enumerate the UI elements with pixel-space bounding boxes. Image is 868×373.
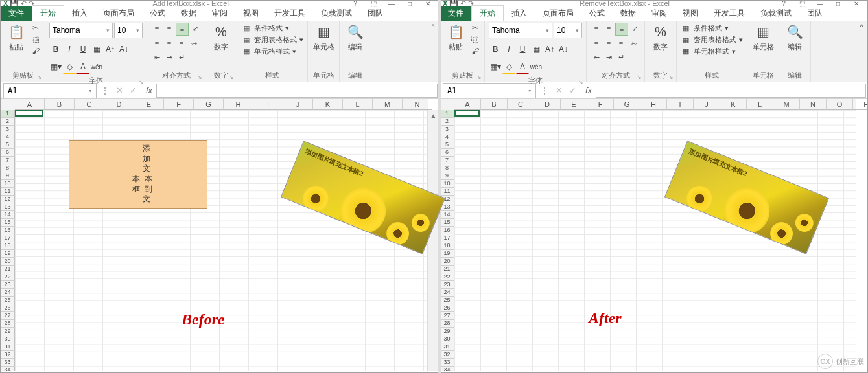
- indent-dec-icon[interactable]: ⇤: [151, 51, 163, 63]
- align-left-icon[interactable]: ≡: [151, 38, 163, 49]
- edit-button[interactable]: 🔍编辑: [783, 23, 806, 52]
- close-icon[interactable]: ✕: [419, 1, 436, 6]
- launcher-icon[interactable]: ↘: [637, 74, 642, 80]
- ribbon-toggle-icon[interactable]: ⬚: [793, 1, 810, 6]
- cells-button[interactable]: ▦单元格: [751, 23, 775, 52]
- vertical-scrollbar[interactable]: ▲: [427, 110, 439, 371]
- align-right-icon[interactable]: ≡: [176, 38, 187, 49]
- indent-inc-icon[interactable]: ⇥: [603, 51, 615, 63]
- bold-button[interactable]: B: [49, 43, 62, 56]
- merge-icon[interactable]: ⇿: [628, 38, 639, 49]
- align-top-icon[interactable]: ≡: [591, 23, 602, 34]
- tab-insert[interactable]: 插入: [64, 6, 95, 21]
- formula-bar[interactable]: [596, 84, 866, 98]
- copy-icon[interactable]: ⿻: [30, 34, 41, 45]
- row-headers[interactable]: 1234567891011121314151617181920212223242…: [1, 110, 15, 371]
- column-headers[interactable]: ABCDEFGHIJKLMN: [15, 99, 428, 110]
- tab-data[interactable]: 数据: [173, 6, 204, 21]
- window-divider[interactable]: [438, 0, 441, 373]
- wrap-text-icon[interactable]: ↵: [615, 51, 627, 63]
- paste-button[interactable]: 📋 粘贴: [5, 23, 28, 52]
- format-painter-icon[interactable]: 🖌: [30, 46, 41, 56]
- italic-button[interactable]: I: [63, 43, 76, 56]
- underline-button[interactable]: U: [76, 43, 89, 56]
- tab-review[interactable]: 审阅: [204, 6, 235, 21]
- wrap-text-icon[interactable]: ↵: [176, 51, 187, 63]
- accept-formula-icon[interactable]: ✓: [569, 85, 576, 95]
- border-button[interactable]: ▦: [90, 43, 103, 56]
- select-all-corner[interactable]: [1, 99, 16, 111]
- format-painter-icon[interactable]: 🖌: [470, 46, 480, 56]
- align-center-icon[interactable]: ≡: [603, 38, 615, 49]
- select-all-corner[interactable]: [440, 99, 455, 111]
- table-format-button[interactable]: ▦套用表格格式 ▾: [241, 34, 303, 45]
- tab-file[interactable]: 文件: [1, 6, 32, 21]
- phonetic-button[interactable]: wén: [90, 60, 103, 73]
- border-dropdown[interactable]: ▦▾: [489, 60, 502, 73]
- column-headers[interactable]: ABCDEFGHIJKLMNOP: [454, 99, 856, 110]
- tab-load[interactable]: 负载测试: [753, 6, 799, 21]
- launcher-icon[interactable]: ↘: [139, 79, 144, 85]
- cut-icon[interactable]: ✂: [470, 23, 480, 33]
- launcher-icon[interactable]: ↘: [37, 74, 42, 80]
- maximize-icon[interactable]: □: [830, 1, 847, 6]
- cell-style-button[interactable]: ▦单元格样式 ▾: [681, 46, 743, 56]
- align-top-icon[interactable]: ≡: [151, 23, 163, 34]
- tab-team[interactable]: 团队: [360, 6, 391, 21]
- cell-style-button[interactable]: ▦单元格样式 ▾: [241, 46, 303, 56]
- fill-color-button[interactable]: ◇: [63, 60, 76, 74]
- minimize-icon[interactable]: —: [383, 1, 400, 6]
- launcher-icon[interactable]: ↘: [476, 74, 482, 80]
- bold-button[interactable]: B: [489, 43, 502, 56]
- launcher-icon[interactable]: ↘: [578, 79, 583, 85]
- orientation-icon[interactable]: ⤢: [629, 23, 640, 34]
- tab-formula[interactable]: 公式: [142, 6, 173, 21]
- textbox-orange[interactable]: 添 加 文 本 本 框 到 文: [69, 140, 207, 209]
- align-right-icon[interactable]: ≡: [615, 38, 627, 49]
- tab-view[interactable]: 视图: [235, 6, 266, 21]
- merge-icon[interactable]: ⇿: [188, 38, 200, 49]
- active-cell[interactable]: [15, 110, 43, 117]
- tab-load[interactable]: 负载测试: [313, 6, 360, 21]
- help-icon[interactable]: ?: [347, 1, 364, 6]
- font-color-button[interactable]: A: [76, 60, 89, 74]
- tab-review[interactable]: 审阅: [644, 6, 675, 21]
- tab-view[interactable]: 视图: [675, 6, 706, 21]
- collapse-ribbon-icon[interactable]: ^: [860, 23, 863, 32]
- fill-color-button[interactable]: ◇: [502, 60, 515, 74]
- shrink-font-button[interactable]: A↓: [117, 43, 130, 56]
- launcher-icon[interactable]: ↘: [229, 74, 234, 80]
- tab-layout[interactable]: 页面布局: [535, 6, 581, 21]
- underline-button[interactable]: U: [516, 43, 529, 56]
- tab-insert[interactable]: 插入: [504, 6, 535, 21]
- help-icon[interactable]: ?: [775, 1, 792, 6]
- tab-file[interactable]: 文件: [440, 6, 471, 21]
- accept-formula-icon[interactable]: ✓: [130, 85, 137, 95]
- cells-button[interactable]: ▦单元格: [312, 23, 335, 52]
- indent-inc-icon[interactable]: ⇥: [163, 51, 175, 63]
- tab-home[interactable]: 开始: [471, 5, 504, 21]
- phonetic-button[interactable]: wén: [530, 60, 543, 73]
- table-format-button[interactable]: ▦套用表格格式 ▾: [681, 34, 743, 45]
- shrink-font-button[interactable]: A↓: [557, 43, 570, 56]
- indent-dec-icon[interactable]: ⇤: [591, 51, 602, 63]
- border-dropdown[interactable]: ▦▾: [49, 60, 62, 73]
- conditional-format-button[interactable]: ▦条件格式 ▾: [681, 23, 743, 33]
- tab-layout[interactable]: 页面布局: [95, 6, 142, 21]
- formula-bar[interactable]: [156, 84, 438, 98]
- fx-label[interactable]: fx: [142, 85, 156, 95]
- font-color-button[interactable]: A: [516, 60, 529, 74]
- align-middle-icon[interactable]: ≡: [603, 23, 615, 34]
- grow-font-button[interactable]: A↑: [104, 43, 117, 56]
- number-format-button[interactable]: %数字: [209, 23, 233, 52]
- align-left-icon[interactable]: ≡: [591, 38, 602, 49]
- scroll-up-icon[interactable]: ▲: [428, 110, 439, 121]
- maximize-icon[interactable]: □: [401, 1, 418, 6]
- ribbon-toggle-icon[interactable]: ⬚: [365, 1, 382, 6]
- collapse-ribbon-icon[interactable]: ^: [431, 23, 435, 32]
- tab-formula[interactable]: 公式: [581, 6, 613, 21]
- close-icon[interactable]: ✕: [848, 1, 865, 6]
- minimize-icon[interactable]: —: [812, 1, 828, 6]
- fx-label[interactable]: fx: [581, 85, 596, 95]
- font-name-combo[interactable]: Tahoma▾: [489, 23, 552, 38]
